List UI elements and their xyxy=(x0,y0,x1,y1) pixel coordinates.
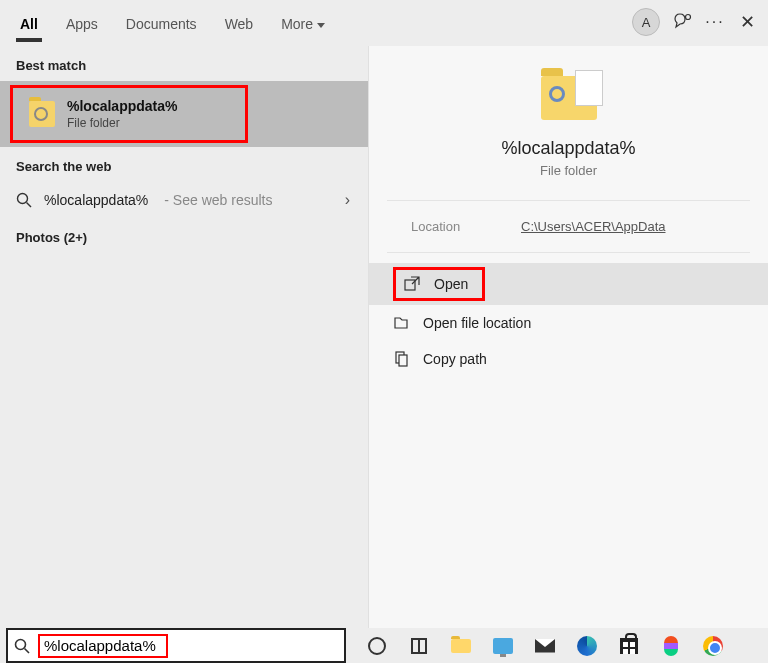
tab-more[interactable]: More xyxy=(277,4,329,42)
search-box[interactable] xyxy=(6,628,346,663)
store-icon[interactable] xyxy=(618,635,640,657)
action-copy-path[interactable]: Copy path xyxy=(369,341,768,377)
folder-location-icon xyxy=(393,315,409,331)
chevron-right-icon: › xyxy=(345,191,350,209)
best-match-heading: Best match xyxy=(0,46,368,81)
svg-line-7 xyxy=(25,648,30,653)
mail-icon[interactable] xyxy=(534,635,556,657)
cortana-icon[interactable] xyxy=(366,635,388,657)
feedback-icon[interactable] xyxy=(674,13,692,31)
preview-title: %localappdata% xyxy=(501,138,635,159)
header: All Apps Documents Web More A ··· ✕ xyxy=(0,0,768,46)
folder-icon xyxy=(29,101,55,127)
search-web-heading: Search the web xyxy=(0,147,368,182)
left-panel: Best match %localappdata% File folder Se… xyxy=(0,46,368,628)
location-label: Location xyxy=(411,219,521,234)
right-panel: %localappdata% File folder Location C:\U… xyxy=(368,46,768,628)
best-match-subtitle: File folder xyxy=(67,116,177,130)
action-open-location-label: Open file location xyxy=(423,315,531,331)
main: Best match %localappdata% File folder Se… xyxy=(0,46,768,628)
action-open[interactable]: Open xyxy=(369,263,768,305)
web-result-query: %localappdata% xyxy=(44,192,148,208)
location-row: Location C:\Users\ACER\AppData xyxy=(387,201,750,253)
copy-icon xyxy=(393,351,409,367)
best-match-section: %localappdata% File folder xyxy=(0,81,368,147)
action-copy-path-label: Copy path xyxy=(423,351,487,367)
open-icon xyxy=(404,276,420,292)
figma-icon[interactable] xyxy=(660,635,682,657)
header-tabs: All Apps Documents Web More xyxy=(16,4,329,42)
tab-apps[interactable]: Apps xyxy=(62,4,102,42)
tab-all[interactable]: All xyxy=(16,4,42,42)
task-view-icon[interactable] xyxy=(408,635,430,657)
svg-rect-3 xyxy=(405,280,415,290)
user-avatar[interactable]: A xyxy=(632,8,660,36)
best-match-result[interactable]: %localappdata% File folder xyxy=(10,85,248,143)
action-open-label: Open xyxy=(434,276,468,292)
preview-area: %localappdata% File folder xyxy=(387,46,750,201)
preview-subtitle: File folder xyxy=(540,163,597,178)
folder-large-icon xyxy=(541,76,597,120)
edge-icon[interactable] xyxy=(576,635,598,657)
svg-line-2 xyxy=(27,203,32,208)
chrome-icon[interactable] xyxy=(702,635,724,657)
file-explorer-icon[interactable] xyxy=(450,635,472,657)
settings-app-icon[interactable] xyxy=(492,635,514,657)
search-input[interactable] xyxy=(44,637,162,654)
chevron-down-icon xyxy=(317,23,325,28)
svg-point-1 xyxy=(18,194,28,204)
taskbar xyxy=(0,628,768,663)
header-right: A ··· ✕ xyxy=(632,8,756,36)
action-open-location[interactable]: Open file location xyxy=(369,305,768,341)
web-result-suffix: - See web results xyxy=(164,192,272,208)
search-icon xyxy=(16,192,32,208)
svg-rect-5 xyxy=(399,355,407,366)
actions-list: Open Open file location Copy path xyxy=(369,263,768,377)
svg-point-6 xyxy=(16,639,26,649)
taskbar-icons xyxy=(366,635,724,657)
web-result-row[interactable]: %localappdata% - See web results › xyxy=(0,182,368,218)
best-match-title: %localappdata% xyxy=(67,98,177,114)
location-value[interactable]: C:\Users\ACER\AppData xyxy=(521,219,666,234)
tab-documents[interactable]: Documents xyxy=(122,4,201,42)
tab-web[interactable]: Web xyxy=(221,4,258,42)
close-icon[interactable]: ✕ xyxy=(738,13,756,31)
search-icon xyxy=(14,638,30,654)
photos-heading[interactable]: Photos (2+) xyxy=(0,218,368,253)
search-input-highlight xyxy=(38,634,168,658)
svg-point-0 xyxy=(686,15,691,20)
more-options-icon[interactable]: ··· xyxy=(706,13,724,31)
